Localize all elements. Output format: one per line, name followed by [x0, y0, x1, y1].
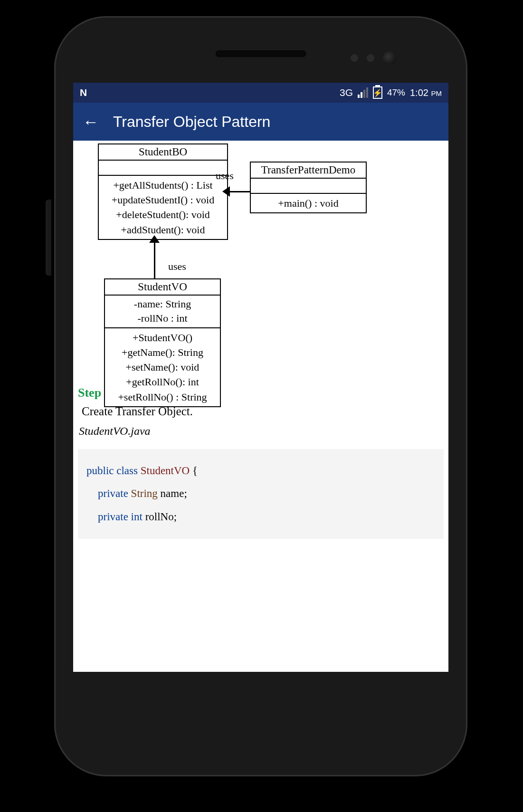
uml-methods: +main() : void [251, 194, 366, 212]
app-bar: ← Transfer Object Pattern [73, 103, 448, 141]
back-button[interactable]: ← [83, 113, 99, 131]
status-bar: N 3G ⚡ 47% 1:02 PM [73, 83, 448, 103]
uml-attrs-empty [99, 161, 227, 176]
uml-class-studentvo: StudentVO -name: String -rollNo : int +S… [104, 278, 221, 407]
battery-percent-label: 47% [387, 87, 405, 98]
phone-frame: N 3G ⚡ 47% 1:02 PM ← Transfer Object Pat… [54, 16, 467, 776]
uml-class-transferpatterndemo: TransferPatternDemo +main() : void [250, 162, 367, 213]
phone-volume-button [46, 200, 51, 276]
network-type-label: 3G [340, 87, 353, 98]
page-title: Transfer Object Pattern [113, 113, 270, 131]
phone-screen: N 3G ⚡ 47% 1:02 PM ← Transfer Object Pat… [73, 83, 448, 672]
arrow-line [154, 238, 155, 278]
sensor-dot [367, 54, 374, 62]
signal-icon [358, 87, 368, 98]
sensor-dot [351, 54, 358, 62]
code-line: private int rollNo; [86, 506, 435, 528]
uml-class-name: TransferPatternDemo [251, 162, 366, 179]
uml-class-name: StudentVO [105, 279, 220, 296]
uml-methods: +StudentVO() +getName(): String +setName… [105, 328, 220, 406]
arrow-line [228, 191, 250, 192]
uses-label: uses [216, 170, 234, 182]
code-filename: StudentVO.java [79, 425, 444, 438]
uml-class-studentbo: StudentBO +getAllStudents() : List +upda… [98, 143, 228, 240]
arrow-head-icon [149, 235, 160, 243]
uses-label: uses [168, 260, 186, 273]
uml-attrs: -name: String -rollNo : int [105, 296, 220, 328]
phone-speaker [216, 50, 306, 57]
uml-attrs-empty [251, 179, 366, 194]
code-block: public class StudentVO { private String … [78, 449, 444, 539]
content-area[interactable]: StudentBO +getAllStudents() : List +upda… [73, 141, 448, 672]
phone-sensors [351, 51, 396, 65]
code-line: public class StudentVO { [86, 459, 435, 482]
uml-methods: +getAllStudents() : List +updateStudentI… [99, 176, 227, 239]
battery-icon: ⚡ [373, 86, 382, 99]
uml-class-name: StudentBO [99, 144, 227, 161]
camera-lens [383, 51, 396, 65]
arrow-head-icon [222, 186, 230, 197]
uml-diagram: StudentBO +getAllStudents() : List +upda… [78, 143, 444, 380]
code-line: private String name; [86, 482, 435, 505]
clock-label: 1:02 PM [410, 87, 442, 98]
notification-icon: N [80, 87, 87, 98]
